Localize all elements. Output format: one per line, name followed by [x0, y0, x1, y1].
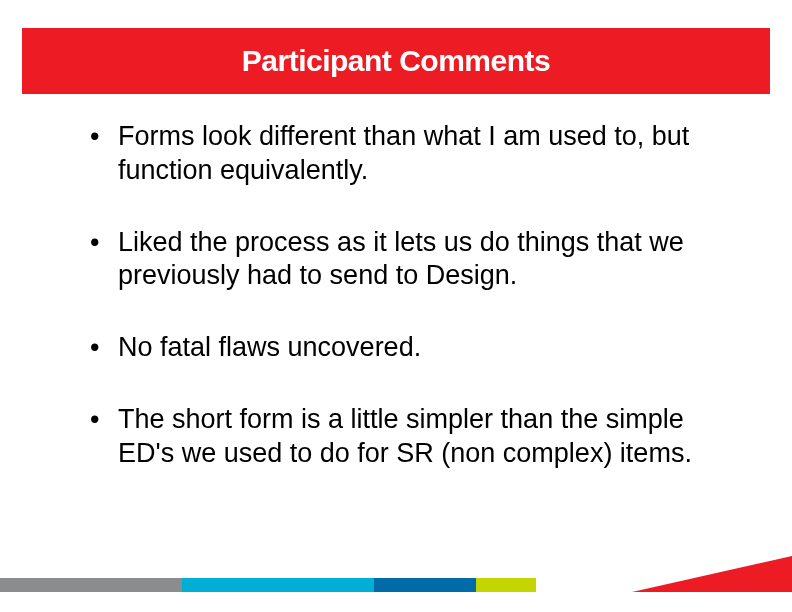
footer-segment-gray — [0, 578, 182, 592]
list-item: The short form is a little simpler than … — [90, 403, 710, 471]
content-area: Forms look different than what I am used… — [90, 120, 710, 508]
footer-segment-blue — [182, 578, 374, 592]
list-item: Liked the process as it lets us do thing… — [90, 226, 710, 294]
footer-segment-lime — [476, 578, 536, 592]
bullet-list: Forms look different than what I am used… — [90, 120, 710, 470]
footer-accent-bar — [0, 578, 792, 592]
list-item: Forms look different than what I am used… — [90, 120, 710, 188]
title-bar: Participant Comments — [22, 28, 770, 94]
footer-segment-darkblue — [374, 578, 476, 592]
footer-red-triangle — [632, 556, 792, 592]
footer-segment-red-wrap — [666, 578, 792, 592]
list-item: No fatal flaws uncovered. — [90, 331, 710, 365]
slide-title: Participant Comments — [242, 44, 550, 78]
